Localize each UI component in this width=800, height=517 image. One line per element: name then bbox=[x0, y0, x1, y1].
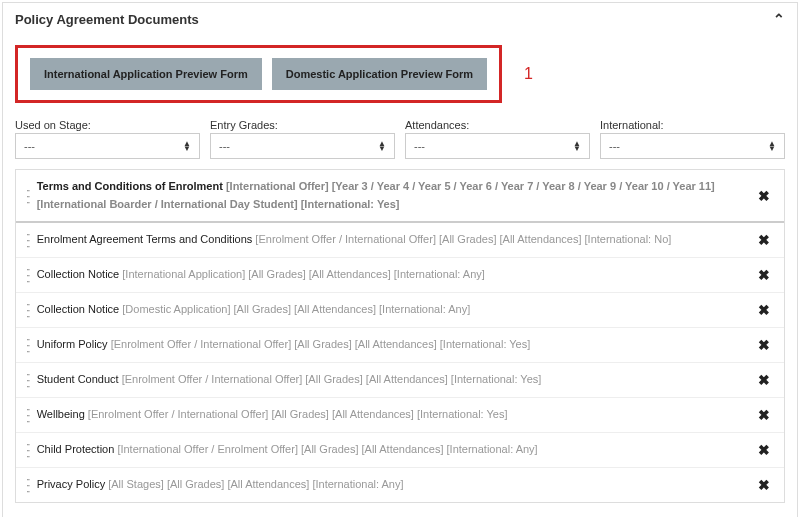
entries-list: ······Terms and Conditions of Enrolment … bbox=[15, 169, 785, 503]
entry-text: Child Protection [International Offer / … bbox=[37, 441, 746, 459]
annotation-box-1: International Application Preview Form D… bbox=[15, 45, 502, 103]
filter-attendances-select[interactable]: --- ▲▼ bbox=[405, 133, 590, 159]
sort-icon: ▲▼ bbox=[768, 141, 776, 151]
entry-text: Privacy Policy [All Stages] [All Grades]… bbox=[37, 476, 746, 494]
drag-handle-icon[interactable]: ······ bbox=[26, 187, 29, 205]
entry-meta: [All Stages] [All Grades] [All Attendanc… bbox=[105, 478, 403, 490]
entry-meta: [Enrolment Offer / International Offer] … bbox=[252, 233, 671, 245]
close-icon[interactable]: ✖ bbox=[754, 188, 774, 204]
entry-title: Wellbeing bbox=[37, 408, 85, 420]
drag-handle-icon[interactable]: ······ bbox=[26, 476, 29, 494]
close-icon[interactable]: ✖ bbox=[754, 407, 774, 423]
entry-title: Collection Notice bbox=[37, 303, 120, 315]
panel-title: Policy Agreement Documents bbox=[15, 12, 199, 27]
entry-meta: [Enrolment Offer / International Offer] … bbox=[108, 338, 531, 350]
entry-text: Terms and Conditions of Enrolment [Inter… bbox=[37, 178, 746, 213]
panel-body: International Application Preview Form D… bbox=[3, 35, 797, 517]
drag-handle-icon[interactable]: ······ bbox=[26, 406, 29, 424]
entry-row[interactable]: ······Child Protection [International Of… bbox=[16, 433, 784, 468]
entry-title: Terms and Conditions of Enrolment bbox=[37, 180, 223, 192]
entry-text: Collection Notice [International Applica… bbox=[37, 266, 746, 284]
chevron-up-icon: ⌃ bbox=[773, 11, 785, 27]
entry-text: Student Conduct [Enrolment Offer / Inter… bbox=[37, 371, 746, 389]
entry-row[interactable]: ······Privacy Policy [All Stages] [All G… bbox=[16, 468, 784, 502]
entry-row[interactable]: ······Collection Notice [Domestic Applic… bbox=[16, 293, 784, 328]
sort-icon: ▲▼ bbox=[378, 141, 386, 151]
preview-row: International Application Preview Form D… bbox=[15, 45, 785, 103]
filter-attendances: Attendances: --- ▲▼ bbox=[405, 119, 590, 159]
filter-attendances-label: Attendances: bbox=[405, 119, 590, 131]
entry-meta: [International Offer / Enrolment Offer] … bbox=[114, 443, 537, 455]
annotation-label-1: 1 bbox=[524, 65, 533, 83]
domestic-preview-button[interactable]: Domestic Application Preview Form bbox=[272, 58, 487, 90]
policy-agreement-panel: Policy Agreement Documents ⌃ Internation… bbox=[2, 2, 798, 517]
filter-international-value: --- bbox=[609, 140, 620, 152]
filter-stage: Used on Stage: --- ▲▼ bbox=[15, 119, 200, 159]
filter-international-select[interactable]: --- ▲▼ bbox=[600, 133, 785, 159]
entry-row[interactable]: ······Collection Notice [International A… bbox=[16, 258, 784, 293]
drag-handle-icon[interactable]: ······ bbox=[26, 266, 29, 284]
drag-handle-icon[interactable]: ······ bbox=[26, 231, 29, 249]
filter-grades: Entry Grades: --- ▲▼ bbox=[210, 119, 395, 159]
filter-international: International: --- ▲▼ bbox=[600, 119, 785, 159]
close-icon[interactable]: ✖ bbox=[754, 442, 774, 458]
entry-title: Child Protection bbox=[37, 443, 115, 455]
filter-stage-value: --- bbox=[24, 140, 35, 152]
filter-grades-label: Entry Grades: bbox=[210, 119, 395, 131]
drag-handle-icon[interactable]: ······ bbox=[26, 301, 29, 319]
close-icon[interactable]: ✖ bbox=[754, 267, 774, 283]
close-icon[interactable]: ✖ bbox=[754, 337, 774, 353]
entry-meta: [Enrolment Offer / International Offer] … bbox=[85, 408, 508, 420]
entry-title: Uniform Policy bbox=[37, 338, 108, 350]
filter-grades-select[interactable]: --- ▲▼ bbox=[210, 133, 395, 159]
entry-text: Uniform Policy [Enrolment Offer / Intern… bbox=[37, 336, 746, 354]
international-preview-button[interactable]: International Application Preview Form bbox=[30, 58, 262, 90]
entry-row[interactable]: ······Enrolment Agreement Terms and Cond… bbox=[16, 223, 784, 258]
filter-grades-value: --- bbox=[219, 140, 230, 152]
drag-handle-icon[interactable]: ······ bbox=[26, 371, 29, 389]
entry-meta: [International Application] [All Grades]… bbox=[119, 268, 485, 280]
close-icon[interactable]: ✖ bbox=[754, 232, 774, 248]
close-icon[interactable]: ✖ bbox=[754, 372, 774, 388]
entry-row[interactable]: ······Uniform Policy [Enrolment Offer / … bbox=[16, 328, 784, 363]
panel-header[interactable]: Policy Agreement Documents ⌃ bbox=[3, 3, 797, 35]
close-icon[interactable]: ✖ bbox=[754, 477, 774, 493]
drag-handle-icon[interactable]: ······ bbox=[26, 441, 29, 459]
filter-stage-select[interactable]: --- ▲▼ bbox=[15, 133, 200, 159]
entry-row[interactable]: ······Wellbeing [Enrolment Offer / Inter… bbox=[16, 398, 784, 433]
sort-icon: ▲▼ bbox=[573, 141, 581, 151]
entry-title: Privacy Policy bbox=[37, 478, 105, 490]
drag-handle-icon[interactable]: ······ bbox=[26, 336, 29, 354]
entry-title: Enrolment Agreement Terms and Conditions bbox=[37, 233, 253, 245]
entry-text: Wellbeing [Enrolment Offer / Internation… bbox=[37, 406, 746, 424]
filter-international-label: International: bbox=[600, 119, 785, 131]
filters-row: Used on Stage: --- ▲▼ Entry Grades: --- … bbox=[15, 119, 785, 159]
filter-stage-label: Used on Stage: bbox=[15, 119, 200, 131]
entry-meta: [Enrolment Offer / International Offer] … bbox=[119, 373, 542, 385]
close-icon[interactable]: ✖ bbox=[754, 302, 774, 318]
entry-title: Student Conduct bbox=[37, 373, 119, 385]
entry-text: Collection Notice [Domestic Application]… bbox=[37, 301, 746, 319]
entry-row[interactable]: ······Terms and Conditions of Enrolment … bbox=[16, 170, 784, 223]
entry-text: Enrolment Agreement Terms and Conditions… bbox=[37, 231, 746, 249]
filter-attendances-value: --- bbox=[414, 140, 425, 152]
entry-title: Collection Notice bbox=[37, 268, 120, 280]
entry-row[interactable]: ······Student Conduct [Enrolment Offer /… bbox=[16, 363, 784, 398]
sort-icon: ▲▼ bbox=[183, 141, 191, 151]
entry-meta: [Domestic Application] [All Grades] [All… bbox=[119, 303, 470, 315]
